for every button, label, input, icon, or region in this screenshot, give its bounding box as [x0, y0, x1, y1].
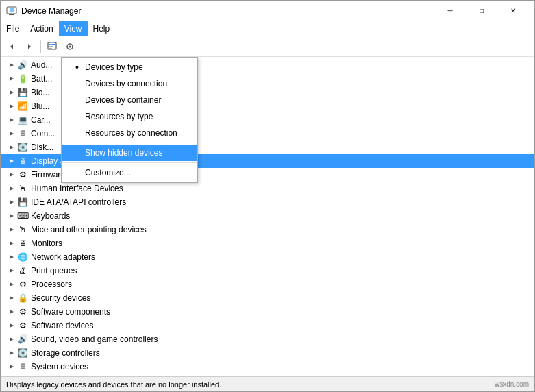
expander-icon[interactable] [6, 224, 17, 235]
expander-icon[interactable] [6, 361, 17, 372]
device-label: Security devices [31, 293, 90, 303]
minimize-button[interactable]: ─ [434, 1, 466, 21]
view-separator-1 [62, 143, 197, 143]
expander-icon[interactable] [6, 101, 17, 112]
expander-icon[interactable] [6, 60, 17, 71]
tree-item-security[interactable]: 🔒Security devices [1, 291, 534, 305]
svg-marker-13 [10, 90, 14, 95]
title-text: Device Manager [21, 6, 81, 16]
svg-marker-26 [10, 269, 14, 273]
expander-icon[interactable] [6, 87, 17, 98]
tree-item-network[interactable]: 🌐Network adapters [1, 250, 534, 264]
svg-marker-33 [10, 365, 14, 369]
device-label: IDE ATA/ATAPI controllers [31, 197, 126, 207]
device-label: Monitors [31, 238, 62, 248]
tree-item-sound-video[interactable]: 🔊Sound, video and game controllers [1, 332, 534, 346]
properties-button[interactable] [44, 38, 60, 55]
menu-action[interactable]: Action [25, 21, 58, 36]
expander-icon[interactable] [6, 183, 17, 194]
expander-icon[interactable] [6, 320, 17, 331]
tree-item-software-components[interactable]: ⚙Software components [1, 305, 534, 319]
expander-icon[interactable] [6, 128, 17, 139]
tree-item-print[interactable]: 🖨Print queues [1, 264, 534, 278]
view-resources-connection[interactable]: • Resources by connection [62, 125, 197, 141]
tree-item-storage[interactable]: 💽Storage controllers [1, 346, 534, 360]
device-label: Universal Serial Bus controllers [31, 376, 145, 376]
device-icon: 💻 [17, 114, 28, 125]
expander-icon[interactable] [6, 156, 17, 167]
maximize-button[interactable]: □ [466, 1, 497, 21]
expander-icon[interactable] [6, 265, 17, 276]
svg-marker-12 [10, 77, 14, 81]
expander-icon[interactable] [6, 197, 17, 208]
view-resources-type[interactable]: • Resources by type [62, 108, 197, 125]
device-icon: 🖱 [17, 224, 28, 235]
expander-icon[interactable] [6, 279, 17, 290]
menu-file[interactable]: File [1, 21, 25, 36]
title-bar-left: Device Manager [6, 5, 81, 16]
tree-item-software-devices[interactable]: ⚙Software devices [1, 319, 534, 332]
by-type-bullet: • [75, 62, 81, 73]
view-show-hidden[interactable]: • Show hidden devices [62, 145, 197, 161]
svg-rect-6 [49, 44, 55, 45]
device-label: Blu... [31, 101, 49, 111]
expander-icon[interactable] [6, 238, 17, 249]
view-separator-2 [62, 162, 197, 163]
device-icon: 💾 [17, 87, 28, 98]
title-controls: ─ □ ✕ [434, 1, 529, 21]
tree-item-monitors[interactable]: 🖥Monitors [1, 236, 534, 250]
close-button[interactable]: ✕ [497, 1, 529, 21]
expander-icon[interactable] [6, 252, 17, 262]
status-text: Displays legacy devices and devices that… [6, 380, 221, 389]
expander-icon[interactable] [6, 73, 17, 84]
view-customize[interactable]: • Customize... [62, 164, 197, 181]
bullet-button[interactable] [62, 38, 78, 55]
tree-item-keyboards[interactable]: ⌨Keyboards [1, 209, 534, 223]
svg-marker-20 [10, 186, 14, 191]
forward-button[interactable] [21, 38, 38, 55]
device-icon: ⌨ [17, 210, 28, 221]
view-by-container[interactable]: • Devices by container [62, 92, 197, 108]
svg-marker-24 [10, 241, 14, 245]
tree-item-system[interactable]: 🖥System devices [1, 360, 534, 373]
device-icon: ⚙ [17, 306, 28, 317]
svg-marker-18 [10, 159, 14, 163]
device-label: Disk... [31, 143, 53, 152]
tree-item-processors[interactable]: ⚙Processors [1, 278, 534, 291]
expander-icon[interactable] [6, 375, 17, 376]
view-by-connection[interactable]: • Devices by connection [62, 75, 197, 92]
svg-rect-8 [49, 48, 52, 49]
expander-icon[interactable] [6, 347, 17, 358]
svg-rect-1 [9, 14, 14, 15]
status-bar: Displays legacy devices and devices that… [1, 376, 534, 391]
svg-marker-22 [10, 214, 14, 218]
expander-icon[interactable] [6, 306, 17, 317]
menu-view[interactable]: View [59, 21, 88, 36]
svg-marker-28 [10, 296, 14, 300]
device-icon: 📶 [17, 101, 28, 112]
expander-icon[interactable] [6, 142, 17, 153]
back-button[interactable] [3, 38, 20, 55]
expander-icon[interactable] [6, 114, 17, 125]
device-icon: 🔒 [17, 293, 28, 304]
tree-item-mice[interactable]: 🖱Mice and other pointing devices [1, 223, 534, 236]
device-icon: 🖥 [17, 361, 28, 372]
svg-marker-21 [10, 200, 14, 204]
device-icon: 🌐 [17, 252, 28, 262]
device-label: Network adapters [31, 252, 95, 262]
brand-label: wsxdn.com [495, 380, 529, 388]
toolbar [1, 36, 534, 57]
tree-item-usb[interactable]: 🔌Universal Serial Bus controllers [1, 373, 534, 376]
tree-item-ide[interactable]: 💾IDE ATA/ATAPI controllers [1, 195, 534, 209]
device-icon: 🔌 [17, 375, 28, 376]
expander-icon[interactable] [6, 169, 17, 180]
device-label: Storage controllers [31, 348, 100, 358]
expander-icon[interactable] [6, 210, 17, 221]
expander-icon[interactable] [6, 293, 17, 304]
expander-icon[interactable] [6, 334, 17, 345]
tree-item-hid[interactable]: 🖱Human Interface Devices [1, 182, 534, 195]
view-by-type[interactable]: • Devices by type [62, 59, 197, 75]
svg-marker-32 [10, 351, 14, 355]
menu-help[interactable]: Help [88, 21, 116, 36]
svg-marker-4 [28, 44, 31, 49]
